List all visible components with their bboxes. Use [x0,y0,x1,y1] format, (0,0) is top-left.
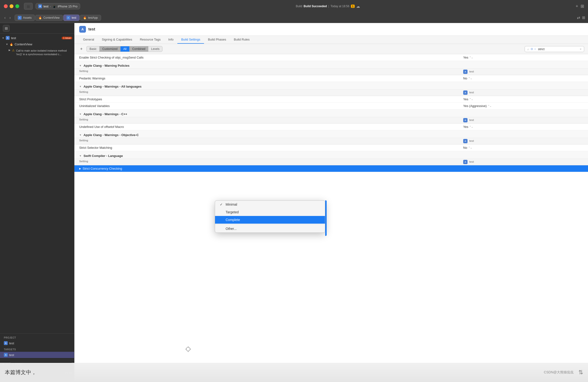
tab-build-phases[interactable]: Build Phases [204,36,230,44]
build-status: Build Build Succeeded | Today at 18:56 1… [296,4,360,9]
section-1-header-row: Setting A test [74,89,588,96]
close-window-button[interactable] [4,4,8,8]
tab-build-settings[interactable]: Build Settings [177,36,204,44]
content-header: A test [74,23,588,36]
enable-strict-stepper[interactable]: ⌃⌄ [469,56,473,59]
scheme-name: test [43,4,48,8]
navigator-sidebar-button[interactable]: ▤ [3,25,10,32]
section-0-header-row: Setting A test [74,69,588,75]
tab-test-label: test [72,16,76,20]
sidebar-issue-item[interactable]: ▶ ⚠ Call to main actor-isolated instance… [0,47,74,58]
filter-combined-button[interactable]: Combined [129,46,148,52]
pedantic-warnings-row[interactable]: Pedantic Warnings No ⌃⌄ [74,75,588,82]
offsetof-stepper[interactable]: ⌃⌄ [469,125,473,128]
section-warning-policies-header[interactable]: ▼ Apple Clang - Warning Policies [74,61,588,69]
filter-customized-button[interactable]: Customized [99,46,120,52]
testapp-icon: 🔥 [83,16,87,20]
layout-button[interactable]: ⊞ [582,15,585,20]
dropdown-minimal[interactable]: ✓ Minimal [215,201,325,208]
split-view-button[interactable]: ⊞ [581,4,584,9]
tab-signing[interactable]: Signing & Capabilities [98,36,136,44]
dropdown-complete[interactable]: ✓ Complete [215,216,325,224]
build-settings-tabs: General Signing & Capabilities Resource … [74,36,588,44]
tab-test[interactable]: A test [63,15,80,21]
nav-item-target[interactable]: A test [0,352,74,358]
disclosure-contentview: ▼ [6,43,8,46]
section-warnings-cpp-header[interactable]: ▼ Apple Clang - Warnings - C++ [74,109,588,117]
tab-build-rules[interactable]: Build Rules [230,36,253,44]
filter-segment: Basic Customized All Combined Levels [86,46,163,52]
section-warnings-objc-header[interactable]: ▼ Apple Clang - Warnings - Objective-C [74,130,588,138]
dropdown-minimal-label: Minimal [226,202,237,206]
scheme-selector[interactable]: A test › 📱 iPhone 15 Pro [36,3,80,9]
add-tab-button[interactable]: + [575,4,578,9]
assets-icon: A [18,16,21,20]
minimize-window-button[interactable] [10,4,13,8]
svg-point-0 [186,347,190,351]
enable-strict-checking-row[interactable]: Enable Strict Checking of objc_msgSend C… [74,54,588,61]
strict-sel-stepper[interactable]: ⌃⌄ [468,146,472,149]
sidebar-item-contentview[interactable]: ▼ 🔥 ContentView [0,41,74,47]
section-warnings-all: ▼ Apple Clang - Warnings - All languages… [74,82,588,109]
toolbar-right: ⇄ ⊞ [577,15,585,20]
section-disclosure-4: ▼ [79,155,82,157]
refresh-button[interactable]: ⇄ [577,15,580,20]
strict-sel-text: No [463,146,467,149]
strict-concurrency-row[interactable]: ▶ Strict Concurrency Checking [74,165,588,172]
add-setting-button[interactable]: + [78,46,84,52]
tab-resource-tags[interactable]: Resource Tags [136,36,164,44]
section-swift-compiler-header[interactable]: ▼ Swift Compiler - Language [74,151,588,159]
toolbar: ‹ › A Assets 🔥 ContentView A test 🔥 test… [0,13,588,23]
dropdown-other[interactable]: ✓ Other... [215,225,325,233]
nav-forward-button[interactable]: › [8,15,12,21]
dropdown-targeted[interactable]: ✓ Targeted [215,208,325,216]
offsetof-macro-row[interactable]: Undefined Use of offsetof Macro Yes ⌃⌄ [74,123,588,130]
section-0-value-header: A test [463,70,583,74]
dropdown-complete-label: Complete [226,218,240,222]
warning-badge: 1 [351,4,355,8]
filter-all-button[interactable]: All [121,46,129,52]
targets-section-label: TARGETS [0,347,74,352]
section-warnings-all-header[interactable]: ▼ Apple Clang - Warnings - All languages [74,82,588,89]
figure-icon: ⇅ [578,369,583,376]
tab-testapp[interactable]: 🔥 testApp [80,15,101,21]
tab-info[interactable]: Info [164,36,177,44]
section-0-target-icon: A [463,70,467,74]
offsetof-value-text: Yes [463,125,468,129]
offsetof-value: Yes ⌃⌄ [463,125,473,129]
section-3-setting-header: Setting [79,139,463,143]
section-warnings-cpp: ▼ Apple Clang - Warnings - C++ Setting A… [74,109,588,130]
uninitialized-vars-row[interactable]: Uninitialized Variables Yes (Aggressive)… [74,103,588,109]
sidebar-item-test-root[interactable]: ▼ A test 1 issue [0,35,74,41]
filter-levels-button[interactable]: Levels [148,46,163,52]
nav-back-button[interactable]: ‹ [3,15,7,21]
filter-basic-button[interactable]: Basic [87,46,99,52]
tab-contentview[interactable]: 🔥 ContentView [35,15,63,21]
section-0-setting-header: Setting [79,70,463,74]
strict-proto-stepper[interactable]: ⌃⌄ [469,98,473,101]
tab-assets[interactable]: A Assets [15,15,35,21]
tab-general[interactable]: General [79,36,98,44]
uninit-stepper[interactable]: ⌃⌄ [488,105,491,107]
section-title-2: Apple Clang - Warnings - C++ [84,112,127,116]
section-2-setting-header: Setting [79,118,463,122]
nav-target-label: test [9,353,14,357]
section-3-target-label: test [469,140,474,142]
section-2-target-label: test [469,119,474,121]
search-input[interactable] [538,47,578,51]
strict-selector-row[interactable]: Strict Selector Matching No ⌃⌄ [74,144,588,151]
device-icon: 📱 [52,4,56,8]
pedantic-warnings-label: Pedantic Warnings [79,77,105,80]
pedantic-stepper[interactable]: ⌃⌄ [468,77,472,80]
section-1-value-header: A test [463,90,583,95]
search-clear-button[interactable]: × [580,47,582,51]
section-title-0: Apple Clang - Warning Policies [84,64,130,67]
scheme-icon: A [38,4,42,8]
search-box[interactable]: ⌕ ⊙ › × [525,46,584,52]
sidebar-toggle-button[interactable]: ▤ [24,3,33,10]
strict-prototypes-row[interactable]: Strict Prototypes Yes ⌃⌄ [74,96,588,103]
section-disclosure-0: ▼ [79,64,82,67]
tab-assets-label: Assets [23,16,32,20]
nav-item-project[interactable]: A test [0,340,74,346]
maximize-window-button[interactable] [15,4,19,8]
